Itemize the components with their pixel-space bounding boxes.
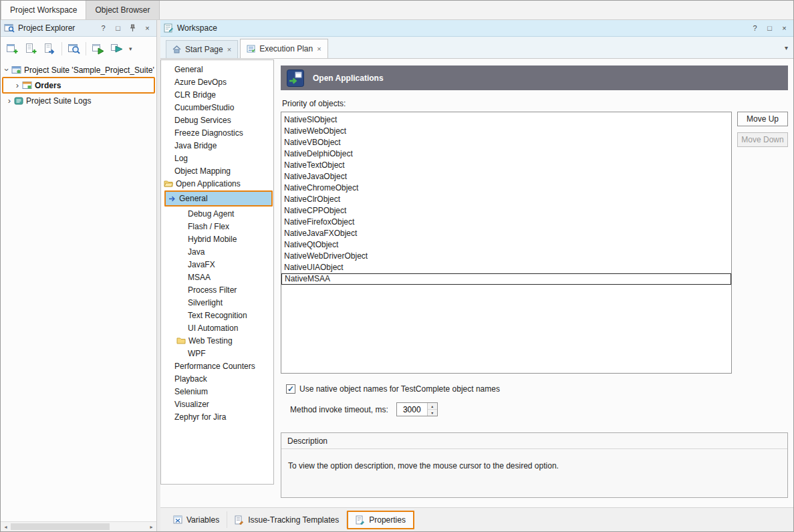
nav-item-general-root[interactable]: General <box>161 63 273 76</box>
nav-item-debug-agent[interactable]: Debug Agent <box>161 207 273 220</box>
help-icon[interactable]: ? <box>98 23 109 34</box>
nav-item-selenium[interactable]: Selenium <box>161 385 273 398</box>
nav-item-playback[interactable]: Playback <box>161 372 273 385</box>
nav-item-flash-flex[interactable]: Flash / Flex <box>161 220 273 233</box>
priority-item[interactable]: NativeJavaFXObject <box>281 228 731 239</box>
run-project-suite-icon[interactable] <box>89 39 107 57</box>
nav-item-label: Hybrid Mobile <box>188 235 237 244</box>
run-options-dropdown-icon[interactable]: ▾ <box>126 45 135 52</box>
float-window-icon[interactable]: □ <box>112 23 124 34</box>
auto-hide-pin-icon[interactable] <box>127 23 138 34</box>
nav-item-label: Visualizer <box>174 400 209 409</box>
tab-list-dropdown-icon[interactable]: ▾ <box>785 44 788 51</box>
description-title: Description <box>281 433 787 449</box>
find-object-icon[interactable] <box>65 39 83 57</box>
native-names-option-row: ✓ Use native object names for TestComple… <box>286 384 788 394</box>
priority-listbox[interactable]: NativeSlObject NativeWebObject NativeVBO… <box>281 112 732 374</box>
move-up-button[interactable]: Move Up <box>737 112 788 126</box>
nav-item-zephyr-for-jira[interactable]: Zephyr for Jira <box>161 410 273 423</box>
nav-item-azure-devops[interactable]: Azure DevOps <box>161 76 273 88</box>
expand-chevron-icon[interactable]: › <box>13 81 22 90</box>
close-icon[interactable]: × <box>779 23 790 34</box>
nav-item-visualizer[interactable]: Visualizer <box>161 398 273 410</box>
scrollbar-track[interactable] <box>11 522 146 531</box>
nav-item-java[interactable]: Java <box>161 245 273 258</box>
tutorial-highlight-orders[interactable]: › Orders <box>2 77 155 94</box>
nav-item-log[interactable]: Log <box>161 152 273 164</box>
tab-variables[interactable]: Variables <box>166 511 227 528</box>
priority-item-selected[interactable]: NativeMSAA <box>281 273 731 285</box>
priority-item[interactable]: NativeFirefoxObject <box>281 217 731 228</box>
spin-up-icon[interactable]: ▴ <box>428 403 437 410</box>
add-project-suite-item-icon[interactable] <box>3 39 21 57</box>
run-project-icon[interactable] <box>108 39 126 57</box>
scrollbar-thumb[interactable] <box>11 523 110 530</box>
priority-item[interactable]: NativeVBObject <box>281 137 731 148</box>
float-window-icon[interactable]: □ <box>764 23 775 34</box>
nav-item-text-recognition[interactable]: Text Recognition <box>161 309 273 321</box>
priority-item[interactable]: NativeUIAObject <box>281 262 731 273</box>
scroll-left-icon[interactable]: ◂ <box>1 522 11 531</box>
nav-item-clr-bridge[interactable]: CLR Bridge <box>161 88 273 101</box>
native-names-label: Use native object names for TestComplete… <box>299 384 500 394</box>
priority-item[interactable]: NativeQtObject <box>281 239 731 251</box>
tab-issue-tracking-templates[interactable]: Issue-Tracking Templates <box>227 511 347 528</box>
properties-icon <box>356 515 365 525</box>
tab-project-workspace[interactable]: Project Workspace <box>1 1 86 19</box>
nav-item-debug-services[interactable]: Debug Services <box>161 114 273 126</box>
nav-item-object-mapping[interactable]: Object Mapping <box>161 164 273 177</box>
tab-start-page[interactable]: Start Page × <box>166 40 238 58</box>
native-names-checkbox[interactable]: ✓ <box>286 384 295 394</box>
tree-item-project-suite-logs[interactable]: › Project Suite Logs <box>1 94 156 108</box>
nav-item-silverlight[interactable]: Silverlight <box>161 296 273 309</box>
timeout-input[interactable] <box>397 403 427 416</box>
nav-item-label: Flash / Flex <box>188 222 229 231</box>
nav-item-label: Silverlight <box>188 298 223 307</box>
nav-item-performance-counters[interactable]: Performance Counters <box>161 360 273 372</box>
nav-item-javafx[interactable]: JavaFX <box>161 258 273 271</box>
nav-item-hybrid-mobile[interactable]: Hybrid Mobile <box>161 233 273 245</box>
tab-execution-plan[interactable]: Execution Plan × <box>240 39 328 58</box>
execution-plan-icon <box>247 45 255 53</box>
nav-item-ui-automation[interactable]: UI Automation <box>161 321 273 334</box>
collapse-chevron-icon[interactable]: › <box>3 65 11 75</box>
nav-item-wpf[interactable]: WPF <box>161 347 273 360</box>
tab-object-browser[interactable]: Object Browser <box>86 1 159 19</box>
nav-item-web-testing[interactable]: Web Testing <box>161 334 273 347</box>
nav-item-msaa[interactable]: MSAA <box>161 271 273 283</box>
priority-item[interactable]: NativeWebDriverObject <box>281 251 731 262</box>
nav-item-freeze-diagnostics[interactable]: Freeze Diagnostics <box>161 126 273 139</box>
tutorial-highlight-general: General <box>164 190 273 207</box>
spin-down-icon[interactable]: ▾ <box>428 410 437 416</box>
nav-item-open-applications[interactable]: Open Applications <box>161 177 273 190</box>
expand-chevron-icon[interactable]: › <box>5 96 14 105</box>
add-existing-item-icon[interactable] <box>41 39 59 57</box>
priority-item[interactable]: NativeDelphiObject <box>281 148 731 160</box>
priority-item[interactable]: NativeChromeObject <box>281 182 731 194</box>
nav-item-label: Log <box>174 154 188 163</box>
priority-item[interactable]: NativeClrObject <box>281 194 731 205</box>
tree-item-project-suite[interactable]: › Project Suite 'Sample_Project_Suite' (… <box>1 63 156 77</box>
add-project-item-icon[interactable] <box>22 39 40 57</box>
options-page-title: Open Applications <box>313 74 384 83</box>
nav-item-label: General <box>174 65 203 74</box>
nav-item-label: MSAA <box>188 273 211 282</box>
priority-item[interactable]: NativeSlObject <box>281 114 731 126</box>
priority-item[interactable]: NativeCPPObject <box>281 205 731 217</box>
nav-item-process-filter[interactable]: Process Filter <box>161 283 273 296</box>
scroll-right-icon[interactable]: ▸ <box>146 522 156 531</box>
nav-item-open-apps-general[interactable]: General <box>166 192 271 205</box>
close-icon[interactable]: × <box>142 23 153 34</box>
priority-item[interactable]: NativeWebObject <box>281 126 731 137</box>
priority-item[interactable]: NativeTextObject <box>281 160 731 171</box>
nav-item-cucumberstudio[interactable]: CucumberStudio <box>161 101 273 114</box>
project-explorer-toolbar: ▾ <box>1 37 156 60</box>
move-down-button[interactable]: Move Down <box>737 132 788 147</box>
nav-item-java-bridge[interactable]: Java Bridge <box>161 139 273 152</box>
close-tab-icon[interactable]: × <box>227 45 231 53</box>
tab-properties[interactable]: Properties <box>347 511 414 529</box>
close-tab-icon[interactable]: × <box>317 45 321 53</box>
help-icon[interactable]: ? <box>749 23 761 34</box>
priority-item[interactable]: NativeJavaObject <box>281 171 731 182</box>
horizontal-scrollbar[interactable]: ◂ ▸ <box>1 521 156 531</box>
